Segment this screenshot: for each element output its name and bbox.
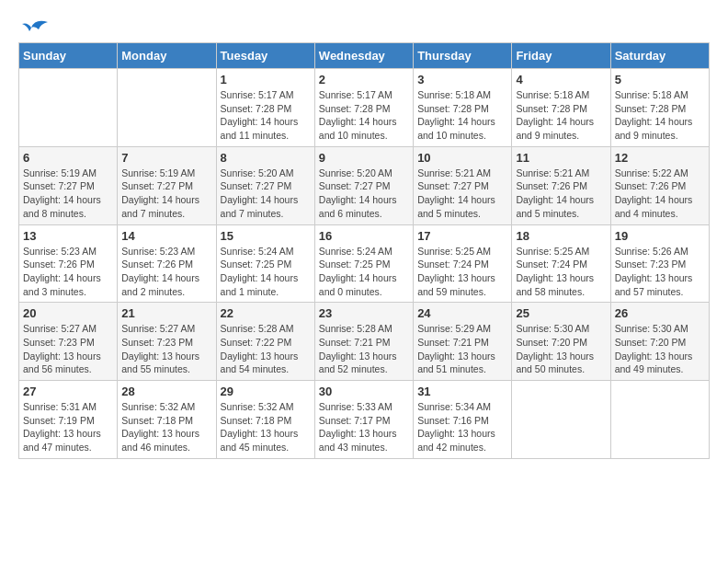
day-info: Sunrise: 5:20 AM Sunset: 7:27 PM Dayligh…	[221, 167, 311, 221]
calendar-cell: 26Sunrise: 5:30 AM Sunset: 7:20 PM Dayli…	[610, 303, 709, 381]
day-number: 21	[121, 306, 211, 320]
column-header-tuesday: Tuesday	[216, 43, 314, 69]
calendar-cell: 27Sunrise: 5:31 AM Sunset: 7:19 PM Dayli…	[19, 381, 118, 459]
day-info: Sunrise: 5:19 AM Sunset: 7:27 PM Dayligh…	[23, 167, 113, 221]
calendar-week-5: 27Sunrise: 5:31 AM Sunset: 7:19 PM Dayli…	[19, 381, 710, 459]
calendar-cell: 5Sunrise: 5:18 AM Sunset: 7:28 PM Daylig…	[610, 69, 709, 147]
day-info: Sunrise: 5:21 AM Sunset: 7:27 PM Dayligh…	[417, 167, 507, 221]
day-number: 7	[121, 151, 211, 165]
day-number: 23	[319, 306, 409, 320]
column-header-wednesday: Wednesday	[314, 43, 413, 69]
day-number: 1	[221, 73, 311, 86]
day-number: 26	[615, 306, 705, 320]
calendar-cell	[19, 69, 118, 147]
day-number: 30	[319, 385, 409, 398]
column-header-thursday: Thursday	[414, 43, 512, 69]
day-number: 4	[516, 73, 606, 86]
day-number: 22	[221, 306, 311, 320]
calendar-cell: 15Sunrise: 5:24 AM Sunset: 7:25 PM Dayli…	[216, 224, 314, 303]
day-number: 8	[221, 151, 311, 165]
calendar-cell: 31Sunrise: 5:34 AM Sunset: 7:16 PM Dayli…	[414, 381, 512, 459]
column-header-monday: Monday	[118, 43, 216, 69]
day-info: Sunrise: 5:24 AM Sunset: 7:25 PM Dayligh…	[221, 245, 311, 299]
calendar-cell: 13Sunrise: 5:23 AM Sunset: 7:26 PM Dayli…	[19, 224, 118, 303]
day-info: Sunrise: 5:26 AM Sunset: 7:23 PM Dayligh…	[615, 245, 705, 299]
day-info: Sunrise: 5:29 AM Sunset: 7:21 PM Dayligh…	[417, 322, 507, 376]
day-info: Sunrise: 5:25 AM Sunset: 7:24 PM Dayligh…	[417, 245, 507, 299]
day-number: 17	[417, 229, 507, 243]
calendar-week-3: 13Sunrise: 5:23 AM Sunset: 7:26 PM Dayli…	[19, 224, 710, 303]
day-info: Sunrise: 5:33 AM Sunset: 7:17 PM Dayligh…	[319, 400, 409, 454]
day-number: 20	[23, 306, 113, 320]
calendar-cell: 4Sunrise: 5:18 AM Sunset: 7:28 PM Daylig…	[512, 69, 610, 147]
day-info: Sunrise: 5:28 AM Sunset: 7:21 PM Dayligh…	[319, 322, 409, 376]
calendar-cell: 22Sunrise: 5:28 AM Sunset: 7:22 PM Dayli…	[216, 303, 314, 381]
day-number: 2	[319, 73, 409, 86]
day-number: 6	[23, 151, 113, 165]
column-header-sunday: Sunday	[19, 43, 118, 69]
day-info: Sunrise: 5:34 AM Sunset: 7:16 PM Dayligh…	[417, 400, 507, 454]
calendar-cell: 6Sunrise: 5:19 AM Sunset: 7:27 PM Daylig…	[19, 146, 118, 224]
day-number: 5	[615, 73, 705, 86]
calendar-cell: 14Sunrise: 5:23 AM Sunset: 7:26 PM Dayli…	[118, 224, 216, 303]
calendar-cell: 23Sunrise: 5:28 AM Sunset: 7:21 PM Dayli…	[314, 303, 413, 381]
calendar-cell: 18Sunrise: 5:25 AM Sunset: 7:24 PM Dayli…	[512, 224, 610, 303]
calendar-cell: 29Sunrise: 5:32 AM Sunset: 7:18 PM Dayli…	[216, 381, 314, 459]
day-info: Sunrise: 5:17 AM Sunset: 7:28 PM Dayligh…	[221, 88, 311, 143]
day-number: 3	[417, 73, 507, 86]
logo-bird-icon	[22, 18, 48, 37]
calendar-cell: 30Sunrise: 5:33 AM Sunset: 7:17 PM Dayli…	[314, 381, 413, 459]
column-header-saturday: Saturday	[610, 43, 709, 69]
day-number: 25	[516, 306, 606, 320]
calendar-cell: 20Sunrise: 5:27 AM Sunset: 7:23 PM Dayli…	[19, 303, 118, 381]
day-number: 24	[417, 306, 507, 320]
logo	[18, 18, 48, 33]
day-info: Sunrise: 5:32 AM Sunset: 7:18 PM Dayligh…	[221, 400, 311, 454]
calendar-cell: 16Sunrise: 5:24 AM Sunset: 7:25 PM Dayli…	[314, 224, 413, 303]
calendar-cell	[512, 381, 610, 459]
day-number: 12	[615, 151, 705, 165]
calendar-cell: 25Sunrise: 5:30 AM Sunset: 7:20 PM Dayli…	[512, 303, 610, 381]
day-info: Sunrise: 5:22 AM Sunset: 7:26 PM Dayligh…	[615, 167, 705, 221]
day-info: Sunrise: 5:27 AM Sunset: 7:23 PM Dayligh…	[23, 322, 113, 376]
day-info: Sunrise: 5:23 AM Sunset: 7:26 PM Dayligh…	[121, 245, 211, 299]
calendar-week-2: 6Sunrise: 5:19 AM Sunset: 7:27 PM Daylig…	[19, 146, 710, 224]
calendar-week-1: 1Sunrise: 5:17 AM Sunset: 7:28 PM Daylig…	[19, 69, 710, 147]
day-number: 15	[221, 229, 311, 243]
day-info: Sunrise: 5:32 AM Sunset: 7:18 PM Dayligh…	[121, 400, 211, 454]
calendar-cell: 10Sunrise: 5:21 AM Sunset: 7:27 PM Dayli…	[414, 146, 512, 224]
day-info: Sunrise: 5:21 AM Sunset: 7:26 PM Dayligh…	[516, 167, 606, 221]
day-info: Sunrise: 5:20 AM Sunset: 7:27 PM Dayligh…	[319, 167, 409, 221]
calendar-cell: 11Sunrise: 5:21 AM Sunset: 7:26 PM Dayli…	[512, 146, 610, 224]
calendar-cell	[118, 69, 216, 147]
calendar-cell: 28Sunrise: 5:32 AM Sunset: 7:18 PM Dayli…	[118, 381, 216, 459]
calendar-cell	[610, 381, 709, 459]
day-number: 13	[23, 229, 113, 243]
day-number: 16	[319, 229, 409, 243]
day-info: Sunrise: 5:25 AM Sunset: 7:24 PM Dayligh…	[516, 245, 606, 299]
page-header	[18, 18, 710, 33]
day-number: 29	[221, 385, 311, 398]
day-info: Sunrise: 5:18 AM Sunset: 7:28 PM Dayligh…	[417, 88, 507, 143]
day-info: Sunrise: 5:17 AM Sunset: 7:28 PM Dayligh…	[319, 88, 409, 143]
calendar-cell: 21Sunrise: 5:27 AM Sunset: 7:23 PM Dayli…	[118, 303, 216, 381]
calendar-week-4: 20Sunrise: 5:27 AM Sunset: 7:23 PM Dayli…	[19, 303, 710, 381]
day-number: 19	[615, 229, 705, 243]
day-info: Sunrise: 5:27 AM Sunset: 7:23 PM Dayligh…	[121, 322, 211, 376]
day-number: 31	[417, 385, 507, 398]
day-info: Sunrise: 5:23 AM Sunset: 7:26 PM Dayligh…	[23, 245, 113, 299]
day-info: Sunrise: 5:31 AM Sunset: 7:19 PM Dayligh…	[23, 400, 113, 454]
column-header-friday: Friday	[512, 43, 610, 69]
day-number: 10	[417, 151, 507, 165]
day-number: 11	[516, 151, 606, 165]
day-number: 27	[23, 385, 113, 398]
day-info: Sunrise: 5:28 AM Sunset: 7:22 PM Dayligh…	[221, 322, 311, 376]
calendar-cell: 24Sunrise: 5:29 AM Sunset: 7:21 PM Dayli…	[414, 303, 512, 381]
calendar-cell: 12Sunrise: 5:22 AM Sunset: 7:26 PM Dayli…	[610, 146, 709, 224]
calendar-cell: 3Sunrise: 5:18 AM Sunset: 7:28 PM Daylig…	[414, 69, 512, 147]
calendar-cell: 17Sunrise: 5:25 AM Sunset: 7:24 PM Dayli…	[414, 224, 512, 303]
calendar-cell: 8Sunrise: 5:20 AM Sunset: 7:27 PM Daylig…	[216, 146, 314, 224]
calendar-table: SundayMondayTuesdayWednesdayThursdayFrid…	[18, 42, 710, 459]
day-info: Sunrise: 5:18 AM Sunset: 7:28 PM Dayligh…	[615, 88, 705, 143]
calendar-cell: 1Sunrise: 5:17 AM Sunset: 7:28 PM Daylig…	[216, 69, 314, 147]
